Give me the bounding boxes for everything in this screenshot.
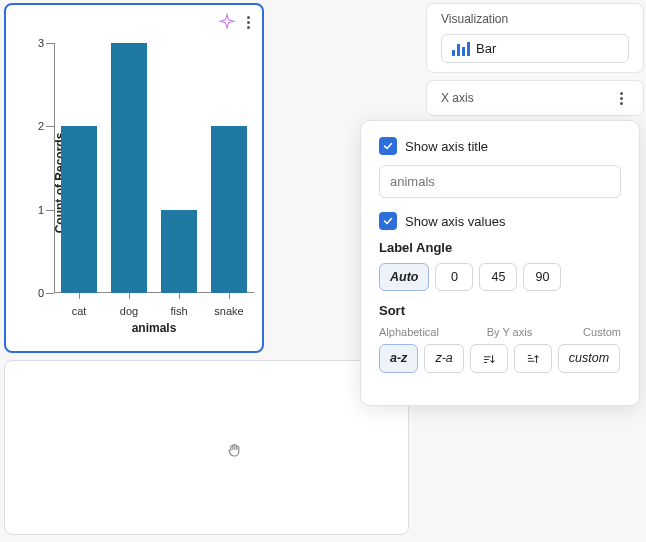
visualization-type-select[interactable]: Bar [441, 34, 629, 63]
visualization-section-title: Visualization [441, 12, 629, 26]
chart-bar[interactable] [61, 126, 97, 293]
x-axis-more-options-icon[interactable] [613, 90, 629, 106]
show-axis-values-label: Show axis values [405, 214, 505, 229]
sort-column-headers: Alphabetical By Y axis Custom [379, 326, 621, 338]
bar-group [54, 43, 254, 293]
x-tick-label: cat [61, 305, 97, 317]
sort-y-asc-button[interactable] [470, 344, 508, 373]
y-tick-label: 1 [28, 204, 44, 216]
chart-x-axis-label: animals [54, 321, 254, 335]
empty-canvas-card[interactable] [4, 360, 409, 535]
y-tick [46, 43, 54, 44]
sort-y-desc-button[interactable] [514, 344, 552, 373]
chart-toolbar [12, 11, 256, 33]
x-axis-section[interactable]: X axis [426, 80, 644, 116]
show-axis-title-label: Show axis title [405, 139, 488, 154]
sort-button-group: a-z z-a custom [379, 344, 621, 373]
chart-bar[interactable] [211, 126, 247, 293]
y-tick [46, 293, 54, 294]
chart-bar[interactable] [111, 43, 147, 293]
chart-card: Count of Records 0123catdogfishsnakeanim… [4, 3, 264, 353]
label-angle-button-group: Auto04590 [379, 263, 621, 291]
axis-title-input[interactable] [379, 165, 621, 198]
x-tick-label: fish [161, 305, 197, 317]
x-axis-settings-popover: Show axis title Show axis values Label A… [360, 120, 640, 406]
x-tick-label: dog [111, 305, 147, 317]
y-tick [46, 210, 54, 211]
sort-az-button[interactable]: a-z [379, 344, 418, 373]
sparkle-ai-icon[interactable] [218, 13, 236, 31]
x-tick-label: snake [211, 305, 247, 317]
label-angle-option-45[interactable]: 45 [479, 263, 517, 291]
show-axis-values-checkbox[interactable] [379, 212, 397, 230]
sort-za-button[interactable]: z-a [424, 344, 463, 373]
label-angle-title: Label Angle [379, 240, 621, 255]
visualization-section: Visualization Bar [426, 3, 644, 73]
sort-title: Sort [379, 303, 621, 318]
visualization-type-label: Bar [476, 41, 496, 56]
sort-custom-button[interactable]: custom [558, 344, 620, 373]
label-angle-option-90[interactable]: 90 [523, 263, 561, 291]
y-tick-label: 0 [28, 287, 44, 299]
grab-cursor-icon [225, 441, 245, 464]
y-tick-label: 2 [28, 120, 44, 132]
bar-chart-icon [452, 42, 470, 56]
y-tick [46, 126, 54, 127]
chart-bar[interactable] [161, 210, 197, 293]
y-tick-label: 3 [28, 37, 44, 49]
x-axis-section-title: X axis [441, 91, 474, 105]
chart-more-options-icon[interactable] [240, 14, 256, 30]
label-angle-option-0[interactable]: 0 [435, 263, 473, 291]
chart-plot: Count of Records 0123catdogfishsnakeanim… [12, 33, 256, 333]
show-axis-title-checkbox[interactable] [379, 137, 397, 155]
x-tick-labels: catdogfishsnake [54, 305, 254, 317]
label-angle-option-auto[interactable]: Auto [379, 263, 429, 291]
